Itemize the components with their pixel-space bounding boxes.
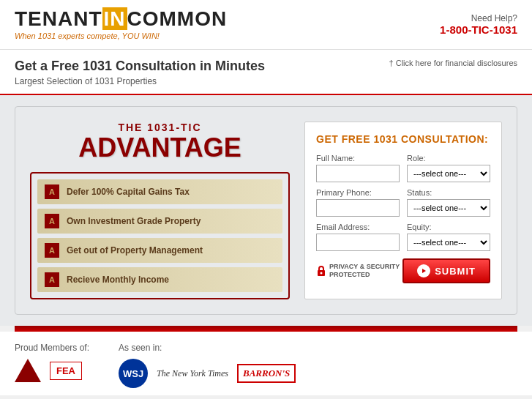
advantage-title-small: THE 1031-TIC xyxy=(30,122,290,133)
footer: Proud Members of: FEA As seen in: WSJ Th… xyxy=(0,332,532,395)
help-section: Need Help? 1-800-TIC-1031 xyxy=(440,13,517,36)
lock-icon xyxy=(316,265,326,277)
logo-common: COMMON xyxy=(127,7,228,30)
benefit-item-1: A Defer 100% Capital Gains Tax xyxy=(37,179,282,204)
seen-label: As seen in: xyxy=(119,343,296,353)
advantage-title-large: ADVANTAGE xyxy=(30,135,290,161)
phone-input[interactable] xyxy=(316,199,400,217)
benefit-item-2: A Own Investment Grade Property xyxy=(37,209,282,234)
seen-section: As seen in: WSJ The New York Times BARRO… xyxy=(119,343,296,388)
subheader-top: Get a Free 1031 Consultation in Minutes … xyxy=(15,59,517,86)
help-text: Need Help? xyxy=(440,13,517,23)
header: TENANTINCOMMON When 1031 experts compete… xyxy=(0,0,532,50)
logo-tenant: TENANT xyxy=(15,7,102,30)
submit-button[interactable]: SUBMIT xyxy=(402,258,490,283)
equity-select[interactable]: ---select one--- xyxy=(407,234,490,251)
member-logo-triangle xyxy=(15,359,41,382)
form-title: GET FREE 1031 CONSULTATION: xyxy=(316,133,490,145)
consultation-form: GET FREE 1031 CONSULTATION: Full Name: R… xyxy=(304,122,502,299)
members-section: Proud Members of: FEA xyxy=(15,343,89,388)
main-content: THE 1031-TIC ADVANTAGE A Defer 100% Capi… xyxy=(0,95,532,326)
submit-label: SUBMIT xyxy=(435,266,476,277)
phone-number[interactable]: 1-800-TIC-1031 xyxy=(440,23,517,36)
barrons-logo: BARRON'S xyxy=(237,364,296,383)
subheader-left: Get a Free 1031 Consultation in Minutes … xyxy=(15,59,265,86)
equity-group: Equity: ---select one--- xyxy=(407,223,490,251)
benefit-icon-4: A xyxy=(45,272,59,287)
role-label: Role: xyxy=(407,154,490,163)
benefit-icon-2: A xyxy=(45,214,59,228)
svg-point-1 xyxy=(321,272,323,275)
benefit-text-3: Get out of Property Management xyxy=(67,245,203,256)
fea-logo: FEA xyxy=(50,362,82,380)
benefit-item-4: A Recieve Monthly Income xyxy=(37,267,282,292)
seen-logos: WSJ The New York Times BARRON'S xyxy=(119,359,296,388)
privacy-badge: PRIVACY & SECURITY PROTECTED xyxy=(316,263,402,279)
status-label: Status: xyxy=(407,188,490,197)
benefit-icon-1: A xyxy=(45,184,59,199)
status-group: Status: ---select one--- xyxy=(407,188,490,217)
full-name-input[interactable] xyxy=(316,165,400,182)
logo-in: IN xyxy=(102,7,127,30)
benefit-text-4: Recieve Monthly Income xyxy=(67,275,169,285)
benefit-item-3: A Get out of Property Management xyxy=(37,238,282,263)
member-logos: FEA xyxy=(15,359,89,382)
form-row-1: Full Name: Role: ---select one--- xyxy=(316,154,490,182)
form-bottom-row: PRIVACY & SECURITY PROTECTED SUBMIT xyxy=(316,258,490,283)
email-group: Email Address: xyxy=(316,223,400,251)
content-box: THE 1031-TIC ADVANTAGE A Defer 100% Capi… xyxy=(15,106,517,315)
submit-icon xyxy=(417,264,430,277)
form-row-2: Primary Phone: Status: ---select one--- xyxy=(316,188,490,217)
advantage-panel: THE 1031-TIC ADVANTAGE A Defer 100% Capi… xyxy=(30,122,304,299)
red-bar xyxy=(15,326,517,332)
full-name-group: Full Name: xyxy=(316,154,400,182)
page-subtitle: Largest Selection of 1031 Properties xyxy=(15,76,265,86)
email-label: Email Address: xyxy=(316,223,400,231)
role-select[interactable]: ---select one--- xyxy=(407,165,490,182)
nyt-logo: The New York Times xyxy=(157,368,228,379)
page-title: Get a Free 1031 Consultation in Minutes xyxy=(15,59,265,74)
members-label: Proud Members of: xyxy=(15,343,89,353)
footer-sections: Proud Members of: FEA As seen in: WSJ Th… xyxy=(15,343,517,388)
benefit-text-2: Own Investment Grade Property xyxy=(67,216,201,226)
benefit-text-1: Defer 100% Capital Gains Tax xyxy=(67,187,190,197)
phone-label: Primary Phone: xyxy=(316,188,400,197)
phone-group: Primary Phone: xyxy=(316,188,400,217)
advantage-benefits-list: A Defer 100% Capital Gains Tax A Own Inv… xyxy=(30,172,290,299)
privacy-text: PRIVACY & SECURITY PROTECTED xyxy=(329,263,402,279)
status-select[interactable]: ---select one--- xyxy=(407,199,490,217)
logo-container: TENANTINCOMMON When 1031 experts compete… xyxy=(15,9,227,40)
role-group: Role: ---select one--- xyxy=(407,154,490,182)
triangle-icon xyxy=(15,359,41,382)
benefit-icon-3: A xyxy=(45,243,59,258)
subheader: Get a Free 1031 Consultation in Minutes … xyxy=(0,50,532,95)
form-row-3: Email Address: Equity: ---select one--- xyxy=(316,223,490,251)
equity-label: Equity: xyxy=(407,223,490,231)
logo: TENANTINCOMMON xyxy=(15,9,227,29)
wsj-logo: WSJ xyxy=(119,359,148,388)
email-input[interactable] xyxy=(316,234,400,251)
full-name-label: Full Name: xyxy=(316,154,400,163)
logo-tagline: When 1031 experts compete, YOU WIN! xyxy=(15,31,227,40)
financial-disclosures-link[interactable]: † Click here for financial disclosures xyxy=(389,59,517,67)
